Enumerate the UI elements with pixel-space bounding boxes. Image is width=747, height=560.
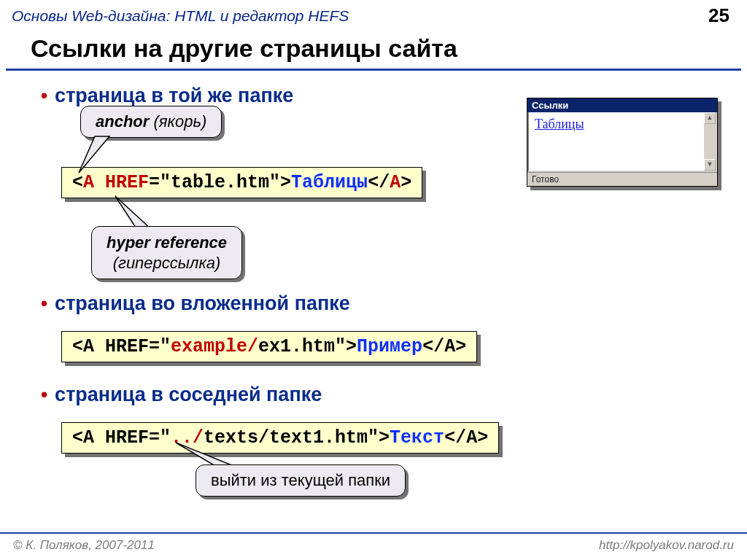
bullet-dot: •: [41, 383, 47, 406]
callout-rest: (гиперссылка): [113, 254, 221, 272]
callout-bold: anchor: [96, 112, 149, 131]
callout-anchor: anchor (якорь): [80, 106, 222, 138]
bullet-row: • страница во вложенной папке: [41, 292, 718, 315]
header-title: Основы Web-дизайна: HTML и редактор HEFS: [12, 7, 349, 25]
scroll-up-icon[interactable]: ▲: [704, 112, 716, 124]
callout-bold: hyper reference: [107, 233, 227, 252]
callout-rest: (якорь): [149, 112, 206, 131]
browser-window: Ссылки Таблицы ▲ ▼ Готово: [527, 98, 718, 187]
slide-title: Ссылки на другие страницы сайта: [6, 30, 741, 71]
footer-url: http://kpolyakov.narod.ru: [599, 538, 734, 553]
bullet-text: страница в соседней папке: [55, 383, 322, 406]
browser-link[interactable]: Таблицы: [535, 117, 584, 131]
callout-parent-folder: выйти из текущей папки: [196, 464, 406, 497]
slide-header: Основы Web-дизайна: HTML и редактор HEFS…: [0, 0, 747, 30]
bullet-dot: •: [41, 84, 47, 107]
slide-footer: © К. Поляков, 2007-2011 http://kpolyakov…: [0, 532, 747, 560]
browser-titlebar: Ссылки: [527, 98, 717, 112]
bullet-row: • страница в соседней папке: [41, 383, 718, 406]
code-block-2: <A HREF="example/ex1.htm">Пример</A>: [61, 331, 477, 362]
scrollbar[interactable]: ▲ ▼: [704, 112, 716, 171]
browser-statusbar: Готово: [527, 172, 717, 186]
code-block-3: <A HREF="../texts/text1.htm">Текст</A>: [61, 422, 499, 454]
browser-viewport: Таблицы ▲ ▼: [527, 112, 717, 172]
callout-hyperref: hyper reference (гиперссылка): [91, 226, 242, 279]
scroll-down-icon[interactable]: ▼: [704, 159, 716, 171]
footer-copyright: © К. Поляков, 2007-2011: [13, 538, 155, 553]
bullet-text: страница в той же папке: [55, 84, 293, 107]
page-number: 25: [708, 4, 735, 27]
bullet-dot: •: [41, 292, 47, 315]
bullet-text: страница во вложенной папке: [55, 292, 350, 315]
code-block-1: <A HREF="table.htm">Таблицы</A>: [61, 167, 422, 198]
svg-marker-1: [115, 196, 152, 230]
callout-text: выйти из текущей папки: [211, 471, 390, 489]
